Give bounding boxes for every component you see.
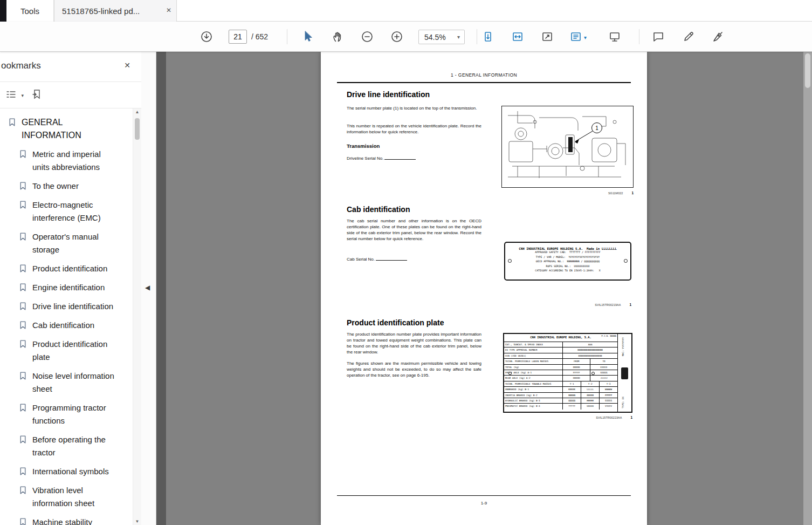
zoom-out-icon xyxy=(361,30,374,43)
bookmark-icon xyxy=(8,118,17,127)
bookmark-item-vibration-level[interactable]: Vibration level information sheet xyxy=(0,484,133,510)
plate-maker: CNH INDUSTRIAL EUROPE HOLDING, S.A. xyxy=(504,336,617,339)
bookmark-item-cab-identification[interactable]: Cab identification xyxy=(0,319,133,332)
figure-caption: SVIL15TR00219AA1 xyxy=(504,303,631,306)
download-icon xyxy=(200,30,213,43)
bookmark-icon xyxy=(18,283,27,292)
cab-serial-field: Cab Serial No. xyxy=(347,257,407,262)
bookmark-icon xyxy=(18,200,27,209)
tab-tools[interactable]: Tools xyxy=(6,0,54,22)
bookmark-item-metric-imperial[interactable]: Metric and imperial units abbreviations xyxy=(0,148,133,174)
toolbar-separator xyxy=(477,29,477,44)
plate-type: TYPE: XX xyxy=(622,397,624,408)
close-panel-icon[interactable]: ✕ xyxy=(124,61,130,70)
read-mode-button[interactable] xyxy=(608,30,621,43)
toolbar-separator xyxy=(639,29,639,44)
bookmark-item-manual-storage[interactable]: Operator's manual storage xyxy=(0,230,133,256)
panel-splitter[interactable]: ◀ xyxy=(141,52,156,525)
bookmark-locate-icon xyxy=(31,88,43,100)
bookmark-item-international-symbols[interactable]: International symbols xyxy=(0,465,133,478)
bookmark-item-to-the-owner[interactable]: To the owner xyxy=(0,180,133,193)
plate-row: INERTIA BRAKED (kg) B-2NNNNN00000PPPPP xyxy=(504,393,617,398)
comment-icon xyxy=(652,30,665,43)
paragraph: The serial number plate (1) is located o… xyxy=(347,105,481,111)
bookmark-icon xyxy=(18,264,27,273)
document-page: 1 - GENERAL INFORMATION Drive line ident… xyxy=(321,52,647,525)
hand-tool-button[interactable] xyxy=(331,30,344,43)
page-view-options-button[interactable] xyxy=(569,30,582,43)
zoom-in-icon xyxy=(390,30,403,43)
fullscreen-button[interactable] xyxy=(541,30,554,43)
bookmark-icon xyxy=(18,435,27,444)
section-heading-drive-line: Drive line identification xyxy=(347,90,430,99)
bookmark-item-before-operating[interactable]: Before operating the tractor xyxy=(0,433,133,459)
figure-cab-certification-plate: CNH INDUSTRIAL EUROPE HOLDING S.A. Made … xyxy=(504,242,631,281)
document-scrollbar[interactable] xyxy=(803,52,812,525)
plate-row: TECHN. PERMISSIBLE TOWABLE MASSEST-1T-2T… xyxy=(504,381,617,387)
options-list-icon xyxy=(5,88,17,100)
plate-row: CAT., SUBCAT. & SPEED INDEXAAA xyxy=(504,342,617,347)
plate-hole xyxy=(624,259,628,263)
blank-line xyxy=(384,156,416,160)
go-to-current-bookmark-button[interactable] xyxy=(31,88,45,103)
bookmark-options-button[interactable]: ▾ xyxy=(5,88,19,103)
bookmark-item-machine-stability[interactable]: Machine stability xyxy=(0,516,133,525)
scrollbar-thumb[interactable] xyxy=(135,118,140,140)
bookmark-item-engine-identification[interactable]: Engine identification xyxy=(0,281,133,294)
header-rule xyxy=(337,82,631,83)
highlight-button[interactable] xyxy=(682,30,695,43)
bookmark-item-programming-functions[interactable]: Programming tractor functions xyxy=(0,401,133,427)
comment-button[interactable] xyxy=(652,30,665,43)
fill-sign-button[interactable] xyxy=(711,30,724,43)
blank-line xyxy=(376,257,407,261)
bookmark-item-noise-level[interactable]: Noise level information sheet xyxy=(0,370,133,396)
canvas-gutter xyxy=(156,52,166,525)
download-button[interactable] xyxy=(200,30,213,43)
fit-one-page-button[interactable] xyxy=(481,30,494,43)
figure-callout: 1 xyxy=(595,125,598,131)
page-number-input[interactable] xyxy=(229,30,247,44)
close-tab-icon[interactable]: ✕ xyxy=(166,6,171,14)
chevron-down-icon[interactable]: ▾ xyxy=(584,35,587,40)
tab-document[interactable]: 51518765-linked pd... ✕ xyxy=(54,0,177,22)
zoom-in-button[interactable] xyxy=(390,30,403,43)
select-tool-button[interactable] xyxy=(301,30,314,43)
window-corner xyxy=(0,0,6,22)
running-header: 1 - GENERAL INFORMATION xyxy=(321,72,647,78)
paragraph: The product identification number plate … xyxy=(347,331,481,355)
bookmark-item-product-identification[interactable]: Product identification xyxy=(0,262,133,275)
section-heading-product-plate: Product identification plate xyxy=(347,318,444,327)
scroll-up-icon[interactable]: ▲ xyxy=(133,110,141,114)
pencil-icon xyxy=(682,30,695,43)
tools-tab-label: Tools xyxy=(20,6,39,16)
collapse-panel-icon[interactable]: ◀ xyxy=(145,284,150,291)
bookmarks-scrollbar[interactable]: ▲ ▼ xyxy=(133,108,141,525)
bookmarks-panel-toolbar: ▾ xyxy=(0,82,141,108)
plate-row: PNEUMATIC BRAKED (kg) B-4TTTTTUUUUUVVVVV xyxy=(504,404,617,409)
zoom-out-button[interactable] xyxy=(361,30,374,43)
hand-tool-icon xyxy=(331,30,344,43)
plate-row: TOTAL (kg)DDDDDEEEEE xyxy=(504,365,617,370)
paragraph: The cab serial number and other informat… xyxy=(347,218,481,242)
driveline-serial-field: Driveline Serial No. xyxy=(347,156,416,161)
footer-rule xyxy=(337,495,631,496)
plate-row: VIN (ISO 10261)00000000000000000 xyxy=(504,353,617,359)
bookmark-item-product-id-plate[interactable]: Product identification plate xyxy=(0,338,133,364)
plate-row: REAR AXLE (kg) A-2HHHHHJJJJJ xyxy=(504,376,617,381)
bookmark-item-emc[interactable]: Electro-magnetic interference (EMC) xyxy=(0,199,133,224)
plate-row: UNBRAKED (kg) B-1KKKKKLLLLLWWWWW xyxy=(504,387,617,392)
fit-width-button[interactable] xyxy=(511,30,524,43)
scroll-down-icon[interactable]: ▼ xyxy=(133,519,141,524)
plate-hole xyxy=(508,372,512,375)
scrollbar-thumb[interactable] xyxy=(805,53,810,88)
page-footer: 1-9 xyxy=(321,501,647,506)
select-cursor-icon xyxy=(301,30,314,43)
bookmark-icon xyxy=(18,403,27,412)
bookmark-icon xyxy=(18,371,27,380)
zoom-level-select[interactable]: 54.5% ▾ xyxy=(418,30,465,44)
bookmark-item-drive-line-identification[interactable]: Drive line identification xyxy=(0,300,133,313)
tab-bar: Tools 51518765-linked pd... ✕ xyxy=(0,0,812,22)
plate-side-strip: MAC: YYYYYYYY TYPE: XX xyxy=(617,334,631,412)
bookmark-item-general-information[interactable]: GENERAL INFORMATION xyxy=(0,116,133,142)
bookmark-icon xyxy=(18,517,27,525)
